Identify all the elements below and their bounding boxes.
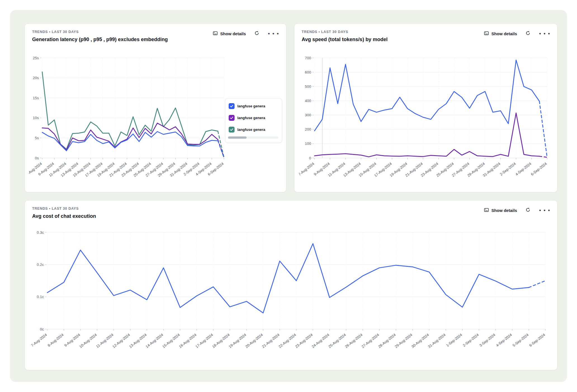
show-details-button[interactable]: Show details — [484, 207, 517, 213]
card-controls: Show details • • • — [484, 30, 550, 37]
svg-text:17-Aug-2024: 17-Aug-2024 — [195, 333, 214, 349]
card-title: Avg cost of chat execution — [32, 213, 96, 219]
show-details-label: Show details — [491, 31, 517, 36]
cost-card: TRENDS • LAST 30 DAYS Avg cost of chat e… — [25, 200, 557, 370]
menu-button[interactable]: • • • — [539, 209, 550, 212]
legend-item-p90[interactable]: langfuse genera — [229, 103, 278, 109]
card-header-text: TRENDS • LAST 30 DAYS Avg cost of chat e… — [32, 207, 96, 219]
cost-chart: 0c0.1c0.2c0.3c7-Aug-20248-Aug-20249-Aug-… — [29, 227, 551, 368]
svg-text:100: 100 — [305, 141, 311, 146]
svg-text:400: 400 — [305, 99, 311, 103]
svg-text:4-Sep-2024: 4-Sep-2024 — [515, 162, 532, 177]
svg-text:22-Aug-2024: 22-Aug-2024 — [278, 333, 297, 349]
svg-text:5s: 5s — [35, 136, 39, 140]
svg-text:200: 200 — [305, 127, 311, 131]
svg-text:6-Sep-2024: 6-Sep-2024 — [530, 162, 548, 177]
show-details-button[interactable]: Show details — [213, 31, 246, 37]
details-card-icon — [484, 207, 489, 213]
card-eyebrow: TRENDS • LAST 30 DAYS — [32, 207, 96, 211]
svg-text:3-Sep-2024: 3-Sep-2024 — [479, 333, 496, 348]
checkbox-checked-icon[interactable] — [229, 127, 235, 133]
svg-text:0c: 0c — [40, 327, 44, 331]
legend-label: langfuse genera — [237, 104, 265, 108]
refresh-icon — [525, 30, 531, 37]
svg-text:8-Aug-2024: 8-Aug-2024 — [47, 333, 64, 348]
menu-button[interactable]: • • • — [268, 32, 279, 35]
show-details-button[interactable]: Show details — [484, 31, 517, 37]
svg-text:0s: 0s — [35, 156, 39, 160]
card-header-text: TRENDS • LAST 30 DAYS Avg speed (total t… — [302, 30, 387, 42]
ellipsis-icon: • • • — [539, 32, 550, 35]
legend-item-p99[interactable]: langfuse genera — [229, 127, 278, 133]
svg-text:20s: 20s — [33, 76, 39, 80]
svg-text:23-Aug-2024: 23-Aug-2024 — [294, 333, 313, 349]
legend-item-p95[interactable]: langfuse genera — [229, 115, 278, 121]
svg-text:0.1c: 0.1c — [37, 295, 44, 299]
svg-text:600: 600 — [305, 70, 311, 74]
svg-text:18-Aug-2024: 18-Aug-2024 — [211, 333, 230, 349]
svg-text:19-Aug-2024: 19-Aug-2024 — [228, 333, 247, 349]
card-header: TRENDS • LAST 30 DAYS Avg cost of chat e… — [32, 207, 550, 219]
refresh-icon — [254, 30, 259, 37]
card-controls: Show details • • • — [213, 30, 279, 37]
svg-text:500: 500 — [305, 84, 311, 89]
svg-text:24-Aug-2024: 24-Aug-2024 — [311, 333, 330, 349]
svg-text:10-Aug-2024: 10-Aug-2024 — [79, 333, 98, 349]
svg-text:2-Sep-2024: 2-Sep-2024 — [462, 333, 479, 348]
legend-scrollbar-track[interactable] — [228, 136, 278, 139]
show-details-label: Show details — [491, 208, 517, 213]
svg-text:1-Sep-2024: 1-Sep-2024 — [445, 333, 463, 348]
card-eyebrow: TRENDS • LAST 30 DAYS — [302, 30, 387, 34]
svg-text:28-Aug-2024: 28-Aug-2024 — [377, 333, 396, 349]
svg-text:0: 0 — [309, 156, 311, 160]
svg-text:29-Aug-2024: 29-Aug-2024 — [394, 333, 413, 349]
details-card-icon — [213, 31, 218, 37]
refresh-icon — [525, 207, 531, 213]
svg-text:6-Sep-2024: 6-Sep-2024 — [528, 333, 546, 348]
checkbox-checked-icon[interactable] — [229, 115, 235, 121]
speed-chart: 01002003004005006007007-Aug-20249-Aug-20… — [299, 51, 552, 188]
card-controls: Show details • • • — [484, 207, 550, 213]
svg-text:0.3c: 0.3c — [37, 230, 44, 235]
checkbox-checked-icon[interactable] — [229, 103, 235, 109]
menu-button[interactable]: • • • — [539, 32, 550, 35]
svg-text:0.2c: 0.2c — [37, 263, 44, 267]
svg-text:2-Sep-2024: 2-Sep-2024 — [499, 162, 517, 177]
svg-text:30-Aug-2024: 30-Aug-2024 — [411, 333, 430, 349]
latency-chart: 0s5s10s15s20s25s7-Aug-20249-Aug-202411-A… — [29, 51, 228, 188]
legend-label: langfuse genera — [237, 116, 265, 120]
ellipsis-icon: • • • — [268, 32, 279, 35]
show-details-label: Show details — [220, 31, 246, 36]
card-header-text: TRENDS • LAST 30 DAYS Generation latency… — [32, 30, 168, 42]
svg-text:700: 700 — [305, 56, 311, 60]
svg-text:300: 300 — [305, 113, 311, 117]
details-card-icon — [484, 31, 489, 37]
refresh-button[interactable] — [525, 207, 531, 213]
svg-text:11-Aug-2024: 11-Aug-2024 — [95, 333, 114, 349]
refresh-button[interactable] — [254, 30, 259, 37]
svg-text:4-Sep-2024: 4-Sep-2024 — [495, 333, 513, 348]
latency-card: TRENDS • LAST 30 DAYS Generation latency… — [25, 23, 286, 192]
svg-text:25-Aug-2024: 25-Aug-2024 — [328, 333, 347, 349]
svg-text:10s: 10s — [33, 116, 39, 120]
dashboard-page: TRENDS • LAST 30 DAYS Generation latency… — [0, 0, 577, 392]
ellipsis-icon: • • • — [539, 209, 550, 212]
svg-text:31-Aug-2024: 31-Aug-2024 — [427, 333, 446, 349]
svg-text:7-Aug-2024: 7-Aug-2024 — [30, 333, 48, 348]
chart-legend: langfuse genera langfuse genera langfuse… — [225, 98, 282, 143]
card-title: Generation latency (p90 , p95 , p99) exc… — [32, 37, 168, 42]
card-eyebrow: TRENDS • LAST 30 DAYS — [32, 30, 168, 34]
card-title: Avg speed (total tokens/s) by model — [302, 37, 387, 42]
refresh-button[interactable] — [525, 30, 531, 37]
svg-text:14-Aug-2024: 14-Aug-2024 — [145, 333, 164, 349]
svg-text:21-Aug-2024: 21-Aug-2024 — [261, 333, 280, 349]
svg-text:20-Aug-2024: 20-Aug-2024 — [245, 333, 264, 349]
svg-text:16-Aug-2024: 16-Aug-2024 — [178, 333, 197, 349]
svg-text:27-Aug-2024: 27-Aug-2024 — [361, 333, 380, 349]
legend-label: langfuse genera — [237, 127, 265, 132]
legend-scrollbar-thumb[interactable] — [228, 136, 247, 139]
dashboard-panel: TRENDS • LAST 30 DAYS Generation latency… — [10, 10, 567, 382]
svg-text:12-Aug-2024: 12-Aug-2024 — [112, 333, 131, 349]
svg-text:7-Aug-2024: 7-Aug-2024 — [299, 162, 315, 177]
svg-text:5-Sep-2024: 5-Sep-2024 — [512, 333, 529, 348]
